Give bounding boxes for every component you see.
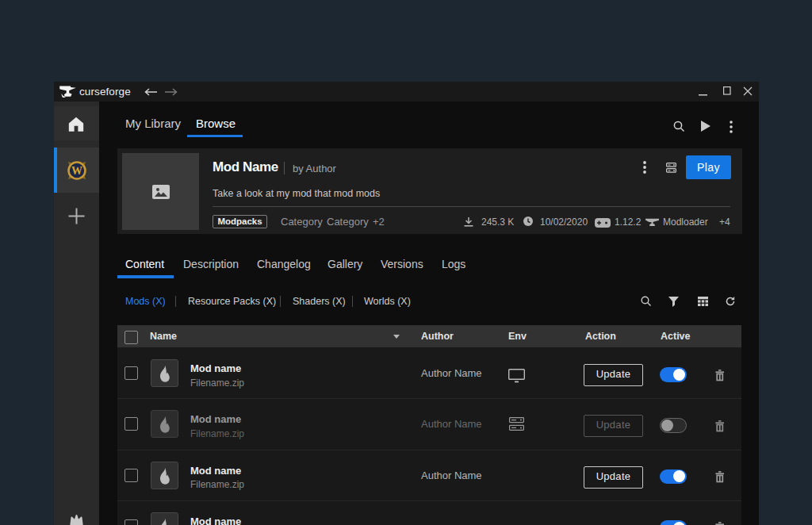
svg-text:W: W <box>71 164 82 176</box>
